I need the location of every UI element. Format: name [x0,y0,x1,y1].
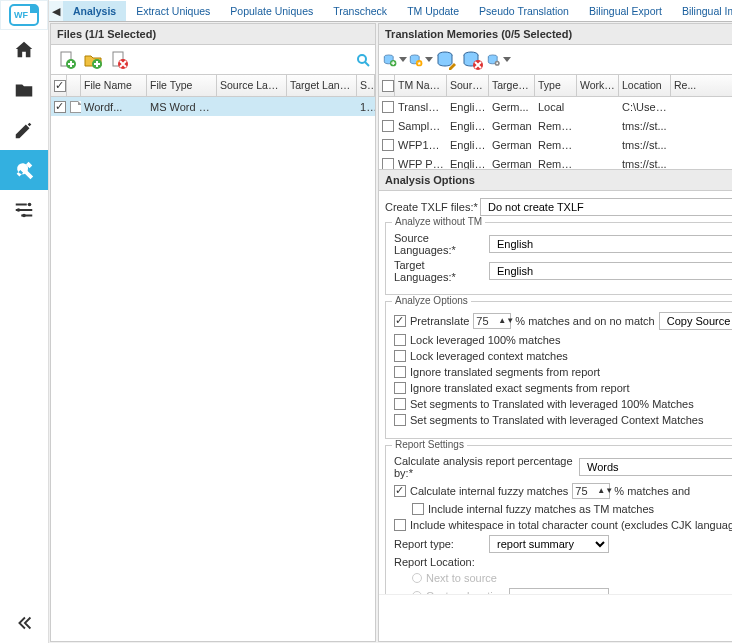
calc-percentage-select[interactable]: Words [579,458,732,476]
files-panel-title: Files (1/1 Selected) [51,24,375,45]
tab-scroll-left[interactable]: ◀ [49,1,63,21]
nav-settings[interactable] [0,190,48,230]
whitespace-checkbox[interactable] [394,519,406,531]
tab-bilingual-import[interactable]: Bilingual Import [672,1,732,21]
tm-row[interactable]: WFP Pro...EnglishGermanRemotetms://st... [379,154,732,169]
col-tm-source[interactable]: Sourc... [447,75,489,96]
col-tm-re[interactable]: Re... [671,75,732,96]
pretranslate-label: Pretranslate [410,315,469,327]
tm-remove-button[interactable] [461,48,485,72]
tm-settings-button[interactable] [487,48,511,72]
analyze-option-checkbox[interactable] [394,334,406,346]
tm-panel-title: Translation Memories (0/5 Selected) [379,24,732,45]
tm-table-header: TM Name Sourc... Target ... Type Workg..… [379,75,732,97]
files-table-header: File Name File Type Source Langu... Targ… [51,75,375,97]
pretranslate-action-select[interactable]: Copy Source (clears ex [659,312,732,330]
tab-populate-uniques[interactable]: Populate Uniques [220,1,323,21]
calc-percentage-label: Calculate analysis report percentage by:… [394,455,579,479]
report-settings-legend: Report Settings [392,439,467,450]
analyze-option-label: Ignore translated exact segments from re… [410,382,630,394]
svg-point-23 [496,62,498,64]
fuzzy-checkbox[interactable] [394,485,406,497]
nav-collapse[interactable] [0,603,48,643]
analyze-option-checkbox[interactable] [394,414,406,426]
nav-tools[interactable] [0,150,48,190]
file-row[interactable]: Wordf... MS Word 200... 1... [51,97,375,116]
col-file-name[interactable]: File Name [81,75,147,96]
include-fuzzy-tm-label: Include internal fuzzy matches as TM mat… [428,503,654,515]
tm-row[interactable]: Sample_...EnglishGermanRemotetms://st... [379,116,732,135]
create-txlf-select[interactable]: Do not create TXLF [480,198,732,216]
tab-tm-update[interactable]: TM Update [397,1,469,21]
col-size[interactable]: Size [357,75,375,96]
col-tm-workgroup[interactable]: Workg... [577,75,619,96]
analyze-option-checkbox[interactable] [394,398,406,410]
next-to-source-radio [412,573,422,583]
tab-extract-uniques[interactable]: Extract Uniques [126,1,220,21]
svg-point-4 [17,208,21,212]
files-search-icon[interactable] [355,52,371,68]
source-lang-label: Source Languages:* [394,232,489,256]
next-to-source-label: Next to source [426,572,497,584]
analysis-options-header: Analysis Options [379,169,732,191]
analyze-option-checkbox[interactable] [394,350,406,362]
tm-add-local-button[interactable] [383,48,407,72]
create-txlf-label: Create TXLF files:* [385,201,480,213]
include-fuzzy-tm-checkbox[interactable] [412,503,424,515]
add-file-button[interactable] [55,48,79,72]
tm-row-checkbox[interactable] [382,120,394,132]
analyze-option-checkbox[interactable] [394,366,406,378]
fuzzy-label: Calculate internal fuzzy matches [410,485,568,497]
source-lang-select[interactable]: English [489,235,732,253]
app-logo: WF [0,0,48,30]
tm-row-checkbox[interactable] [382,139,394,151]
tab-pseudo-translation[interactable]: Pseudo Translation [469,1,579,21]
col-tm-location[interactable]: Location [619,75,671,96]
tab-transcheck[interactable]: Transcheck [323,1,397,21]
svg-point-11 [358,55,366,63]
svg-point-3 [28,203,32,207]
pretranslate-checkbox[interactable] [394,315,406,327]
analyze-option-label: Set segments to Translated with leverage… [410,398,694,410]
nav-home[interactable] [0,30,48,70]
svg-line-12 [365,62,369,66]
svg-point-5 [22,214,26,218]
col-tm-target[interactable]: Target ... [489,75,535,96]
file-row-checkbox[interactable] [54,101,66,113]
col-tm-name[interactable]: TM Name [395,75,447,96]
col-source-lang[interactable]: Source Langu... [217,75,287,96]
target-lang-label: Target Languages:* [394,259,489,283]
nav-edit[interactable] [0,110,48,150]
files-select-all-checkbox[interactable] [54,80,66,92]
tab-bilingual-export[interactable]: Bilingual Export [579,1,672,21]
tm-create-button[interactable]: ★ [409,48,433,72]
tm-row-checkbox[interactable] [382,101,394,113]
analyze-option-label: Lock leveraged context matches [410,350,568,362]
remove-file-button[interactable] [107,48,131,72]
col-target-lang[interactable]: Target Langua... [287,75,357,96]
ribbon-tabs: ◀ Analysis Extract Uniques Populate Uniq… [49,0,732,22]
svg-rect-2 [30,6,37,13]
target-lang-select[interactable]: English [489,262,732,280]
report-type-select[interactable]: report summary [489,535,609,553]
custom-location-input[interactable] [509,588,609,594]
pretranslate-value[interactable]: 75▲▼ [473,313,511,329]
col-file-type[interactable]: File Type [147,75,217,96]
tm-select-all-checkbox[interactable] [382,80,394,92]
report-location-label: Report Location: [394,556,489,568]
fuzzy-value[interactable]: 75▲▼ [572,483,610,499]
custom-location-radio [412,591,422,594]
tm-row[interactable]: WFP14_...EnglishGermanRemotetms://st... [379,135,732,154]
document-icon [70,101,81,113]
add-folder-button[interactable] [81,48,105,72]
tm-row-checkbox[interactable] [382,158,394,169]
whitespace-label: Include whitespace in total character co… [410,519,732,531]
analyze-option-checkbox[interactable] [394,382,406,394]
tm-edit-button[interactable] [435,48,459,72]
tab-analysis[interactable]: Analysis [63,1,126,21]
analyze-without-tm-legend: Analyze without TM [392,216,485,227]
nav-folder[interactable] [0,70,48,110]
col-tm-type[interactable]: Type [535,75,577,96]
analyze-option-label: Lock leveraged 100% matches [410,334,560,346]
tm-row[interactable]: Translati...Englis...Germ...LocalC:\User… [379,97,732,116]
